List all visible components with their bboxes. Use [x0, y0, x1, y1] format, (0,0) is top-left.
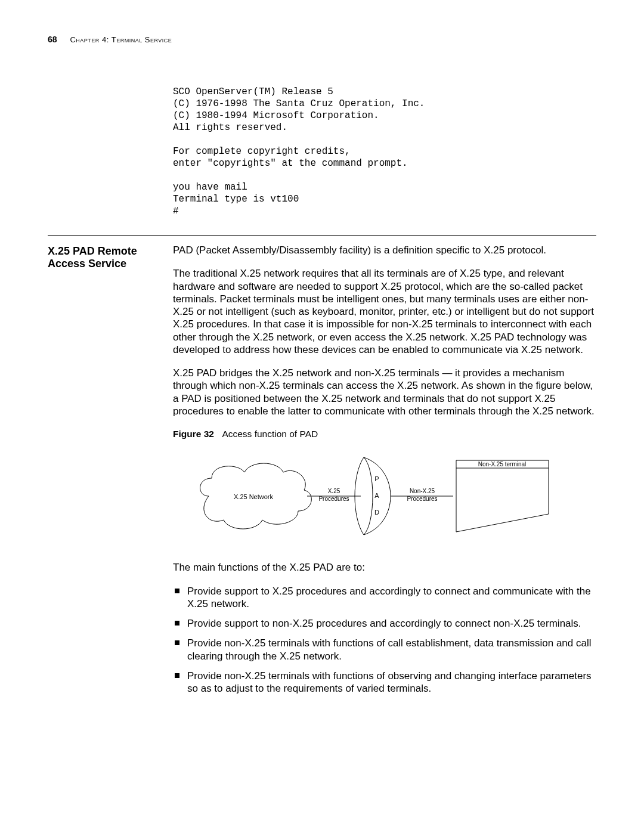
- figure-label: Figure 32: [173, 429, 214, 439]
- cloud-label: X.25 Network: [234, 493, 274, 500]
- page-number: 68: [48, 35, 57, 44]
- body-paragraph: X.25 PAD bridges the X.25 network and no…: [173, 367, 596, 417]
- pad-letter: P: [374, 475, 379, 482]
- right-link-label-1: Non-X.25: [410, 488, 435, 494]
- figure-caption: Figure 32 Access function of PAD: [173, 428, 596, 439]
- list-item: Provide support to X.25 procedures and a…: [173, 585, 596, 611]
- terminal-output: SCO OpenServer(TM) Release 5 (C) 1976-19…: [173, 86, 596, 217]
- right-link-label-2: Procedures: [407, 496, 437, 502]
- left-link-label-2: Procedures: [318, 496, 349, 502]
- list-item: Provide non-X.25 terminals with function…: [173, 637, 596, 662]
- section-sidebar-title: X.25 PAD Remote Access Service: [48, 244, 167, 702]
- terminal-label: Non-X.25 terminal: [478, 461, 527, 467]
- figure-caption-text: Access function of PAD: [222, 429, 318, 439]
- left-link-label-1: X.25: [328, 488, 340, 494]
- pad-letter: A: [374, 492, 379, 499]
- list-item: Provide non-X.25 terminals with function…: [173, 670, 596, 695]
- page-header: 68 Chapter 4: Terminal Service: [48, 35, 596, 44]
- section-body: PAD (Packet Assembly/Disassembly facilit…: [173, 244, 596, 702]
- pad-letter: D: [374, 509, 379, 516]
- list-lead: The main functions of the X.25 PAD are t…: [173, 561, 596, 574]
- figure-diagram: X.25 Network X.25 Procedures P A D Non-X…: [191, 445, 596, 547]
- list-item: Provide support to non-X.25 procedures a…: [173, 617, 596, 630]
- svg-marker-2: [456, 460, 549, 532]
- body-paragraph: The traditional X.25 network requires th…: [173, 267, 596, 356]
- intro-paragraph: PAD (Packet Assembly/Disassembly facilit…: [173, 244, 596, 256]
- page: 68 Chapter 4: Terminal Service SCO OpenS…: [0, 0, 644, 738]
- section-divider: [48, 235, 596, 236]
- functions-list: Provide support to X.25 procedures and a…: [173, 585, 596, 695]
- chapter-label: Chapter 4: Terminal Service: [70, 35, 172, 44]
